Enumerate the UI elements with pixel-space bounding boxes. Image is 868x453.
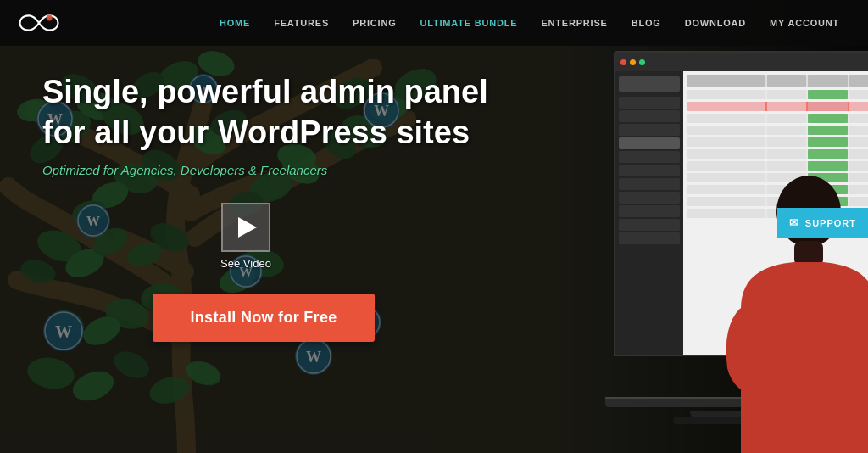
sidebar-item [619, 124, 680, 136]
screen-row-alert [687, 102, 868, 111]
sidebar-item [619, 192, 680, 204]
screen-dot-red [620, 59, 626, 65]
envelope-icon: ✉ [789, 216, 799, 229]
sidebar-logo [619, 76, 680, 92]
screen-row [687, 126, 868, 135]
screen-row [687, 114, 868, 123]
screen-table-header [687, 75, 868, 87]
install-button[interactable]: Install Now for Free [153, 294, 375, 342]
video-play-button[interactable] [221, 203, 270, 252]
nav-item-features[interactable]: FEATURES [262, 0, 341, 46]
play-icon [238, 217, 257, 238]
sidebar-item [619, 219, 680, 231]
nav-link-home[interactable]: HOME [208, 0, 262, 46]
nav-item-download[interactable]: DOWNLOAD [673, 0, 758, 46]
sidebar-item [619, 205, 680, 217]
hero-subtitle: Optimized for Agencies, Developers & Fre… [42, 163, 551, 177]
nav-item-enterprise[interactable]: ENTERPRISE [529, 0, 619, 46]
sidebar-item [619, 232, 680, 244]
hero-section: W W W W [0, 0, 868, 453]
screen-topbar [615, 53, 868, 71]
infinity-logo-icon [17, 11, 61, 35]
sidebar-item [619, 137, 680, 149]
sidebar-item [619, 97, 680, 109]
nav-link-blog[interactable]: BLOG [620, 0, 673, 46]
nav-link-pricing[interactable]: PRICING [341, 0, 408, 46]
nav-item-blog[interactable]: BLOG [620, 0, 673, 46]
sidebar-item [619, 110, 680, 122]
nav-link-features[interactable]: FEATURES [262, 0, 341, 46]
screen-row [687, 90, 868, 99]
sidebar-item [619, 178, 680, 190]
screen-sidebar [615, 71, 683, 355]
nav-item-pricing[interactable]: PRICING [341, 0, 408, 46]
nav-link-enterprise[interactable]: ENTERPRISE [529, 0, 619, 46]
screen-dot-green [639, 59, 645, 65]
hero-title: Single, powerful admin panel for all you… [42, 72, 551, 153]
nav-link-my-account[interactable]: MY ACCOUNT [758, 0, 851, 46]
support-tab[interactable]: ✉ SUPPORT [777, 208, 868, 238]
screen-row [687, 149, 868, 159]
sidebar-item [619, 165, 680, 176]
nav-item-my-account[interactable]: MY ACCOUNT [758, 0, 851, 46]
screen-row [687, 137, 868, 147]
nav-item-ultimate-bundle[interactable]: ULTIMATE BUNDLE [409, 0, 530, 46]
svg-point-68 [47, 14, 53, 20]
nav-links: HOME FEATURES PRICING ULTIMATE BUNDLE EN… [208, 0, 851, 46]
logo[interactable] [17, 11, 76, 35]
support-label: SUPPORT [805, 218, 856, 228]
nav-link-download[interactable]: DOWNLOAD [673, 0, 758, 46]
nav-item-home[interactable]: HOME [208, 0, 262, 46]
hero-content: Single, powerful admin panel for all you… [42, 72, 551, 342]
sidebar-item [619, 151, 680, 163]
screen-dot-yellow [630, 59, 636, 65]
navbar: HOME FEATURES PRICING ULTIMATE BUNDLE EN… [0, 0, 868, 46]
video-label: See Video [220, 257, 271, 270]
video-button-wrap[interactable]: See Video [212, 203, 280, 270]
nav-link-ultimate-bundle[interactable]: ULTIMATE BUNDLE [409, 0, 530, 46]
